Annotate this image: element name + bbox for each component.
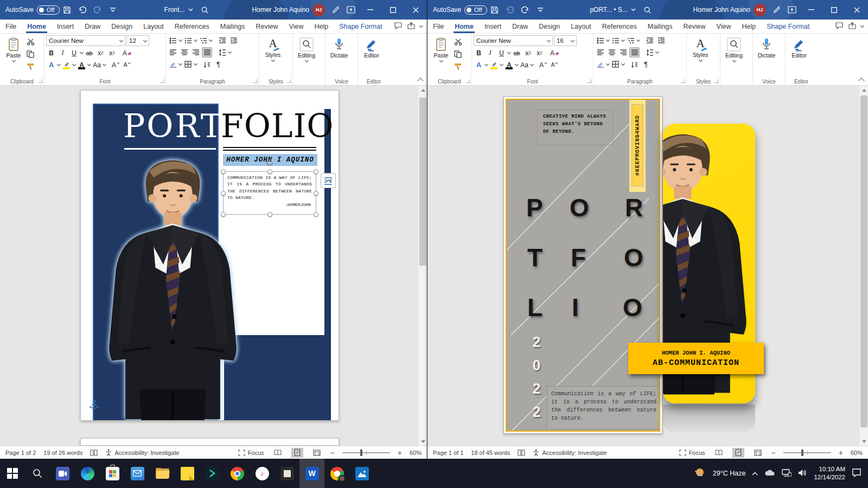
weather-text[interactable]: 29°C Haze [713, 470, 746, 477]
clipboard-dialog-launcher[interactable] [466, 79, 470, 83]
clear-formatting-button[interactable]: A [122, 48, 132, 58]
styles-dialog-launcher[interactable] [714, 79, 718, 83]
proofing-icon[interactable] [518, 449, 525, 457]
sort-button[interactable] [629, 59, 640, 69]
paragraph-dialog-launcher[interactable] [681, 79, 685, 83]
search-icon[interactable] [197, 0, 213, 20]
zoom-slider[interactable] [342, 452, 390, 453]
shading-button[interactable] [595, 59, 605, 69]
close-button[interactable] [404, 0, 427, 20]
tab-insert[interactable]: Insert [52, 20, 79, 33]
editor-button[interactable]: Editor [360, 35, 384, 77]
increase-indent-button[interactable] [228, 35, 239, 46]
clear-formatting-button[interactable]: A [550, 48, 560, 58]
numbering-button[interactable] [183, 35, 193, 46]
proofing-icon[interactable] [90, 449, 98, 457]
clock[interactable]: 10:10 AM 12/14/2022 [814, 465, 845, 481]
decrease-indent-button[interactable] [217, 35, 227, 46]
scrollbar-thumb[interactable] [860, 95, 867, 427]
styles-button[interactable]: A Styles [261, 35, 285, 77]
zoom-out-button[interactable]: − [330, 448, 335, 457]
font-size-combo[interactable]: 12 [126, 35, 149, 46]
tab-review[interactable]: Review [678, 20, 711, 33]
chrome-icon[interactable] [225, 459, 250, 488]
tab-draw[interactable]: Draw [507, 20, 533, 33]
layout-options-button[interactable] [321, 173, 336, 188]
page-indicator[interactable]: Page 1 of 1 [433, 450, 463, 456]
music-album-icon[interactable] [275, 459, 299, 488]
editing-mode-pen-icon[interactable] [769, 0, 784, 20]
styles-dialog-launcher[interactable] [287, 79, 291, 83]
zoom-in-button[interactable]: + [839, 448, 843, 457]
styles-button[interactable]: A Styles [688, 35, 712, 77]
tab-layout[interactable]: Layout [138, 20, 169, 33]
cut-icon[interactable] [27, 38, 35, 47]
font-color-button[interactable]: A [504, 60, 514, 70]
paste-button[interactable]: Paste [429, 35, 453, 77]
accessibility-status[interactable]: Accessibility: Investigate [105, 449, 179, 456]
bullets-button[interactable] [168, 35, 178, 46]
grow-font-button[interactable]: A [538, 60, 548, 70]
text-effects-button[interactable]: A [46, 60, 56, 70]
network-icon[interactable] [782, 469, 792, 478]
multilevel-list-button[interactable] [626, 35, 636, 46]
search-icon[interactable] [640, 0, 655, 20]
name-plate[interactable]: HOMER JOHN I. AQUINO AB-COMMUNICATION [628, 343, 764, 374]
tab-insert[interactable]: Insert [479, 20, 507, 33]
tab-layout[interactable]: Layout [565, 20, 597, 33]
autosave-toggle[interactable]: Off [37, 5, 59, 15]
scroll-up-icon[interactable] [859, 86, 868, 94]
tab-file[interactable]: File [0, 20, 22, 33]
font-name-combo[interactable]: Courier New [474, 35, 553, 46]
paragraph-dialog-launcher[interactable] [253, 79, 257, 83]
line-spacing-button[interactable] [644, 47, 655, 57]
store-icon[interactable] [100, 459, 125, 488]
strikethrough-button[interactable]: ab [84, 48, 94, 58]
tab-draw[interactable]: Draw [79, 20, 106, 33]
file-explorer-icon[interactable] [150, 459, 175, 488]
grow-font-button[interactable]: A [111, 60, 121, 70]
justify-button[interactable] [202, 47, 212, 57]
tray-overflow-chevron-icon[interactable] [752, 470, 758, 477]
shrink-font-button[interactable]: A [550, 60, 560, 70]
show-paragraph-marks-button[interactable]: ¶ [641, 59, 651, 69]
tab-mailings[interactable]: Mailings [642, 20, 678, 33]
copy-icon[interactable] [454, 50, 462, 59]
read-mode-view-button[interactable] [713, 448, 725, 458]
tab-file[interactable]: File [427, 20, 449, 33]
tab-references[interactable]: References [597, 20, 642, 33]
tab-design[interactable]: Design [106, 20, 138, 33]
change-case-button[interactable]: Aa [519, 60, 529, 70]
vertical-scrollbar[interactable] [859, 86, 868, 446]
document-page-1[interactable]: PORT FOLIO HOMER JOHN I AQUINO COMMUNICA… [80, 90, 339, 421]
autosave-toggle[interactable]: Off [464, 5, 487, 15]
comments-icon[interactable] [394, 22, 403, 31]
text-effects-button[interactable]: A [474, 60, 484, 70]
subscript-button[interactable]: x2 [523, 48, 533, 58]
resize-handle-sw[interactable] [221, 212, 226, 217]
resize-handle-e[interactable] [314, 191, 318, 196]
minimize-button[interactable] [800, 0, 822, 20]
media-app-icon[interactable] [200, 459, 225, 488]
taskbar-search-icon[interactable] [25, 459, 50, 488]
zoom-slider-thumb[interactable] [360, 450, 362, 456]
subscript-button[interactable]: x2 [95, 48, 106, 58]
cut-icon[interactable] [454, 38, 462, 47]
highlight-button[interactable] [489, 60, 499, 70]
align-center-button[interactable] [607, 47, 617, 57]
dictate-button[interactable]: Dictate [755, 35, 778, 77]
share-icon[interactable] [848, 22, 857, 31]
itunes-icon[interactable]: ♪ [250, 459, 275, 488]
paste-button[interactable]: Paste [2, 35, 25, 77]
photos-icon[interactable] [349, 459, 374, 488]
collapse-ribbon-icon[interactable] [417, 78, 423, 84]
zoom-in-button[interactable]: + [398, 448, 402, 457]
chrome-profile-icon[interactable] [324, 459, 349, 488]
collapse-ribbon-icon[interactable] [858, 78, 864, 84]
print-layout-view-button[interactable] [732, 448, 744, 458]
web-layout-view-button[interactable] [311, 448, 323, 458]
document-title[interactable]: pORT... • S... [585, 6, 640, 14]
tab-view[interactable]: View [711, 20, 737, 33]
font-size-combo[interactable]: 16 [554, 35, 577, 46]
focus-mode[interactable]: Focus [238, 450, 264, 456]
